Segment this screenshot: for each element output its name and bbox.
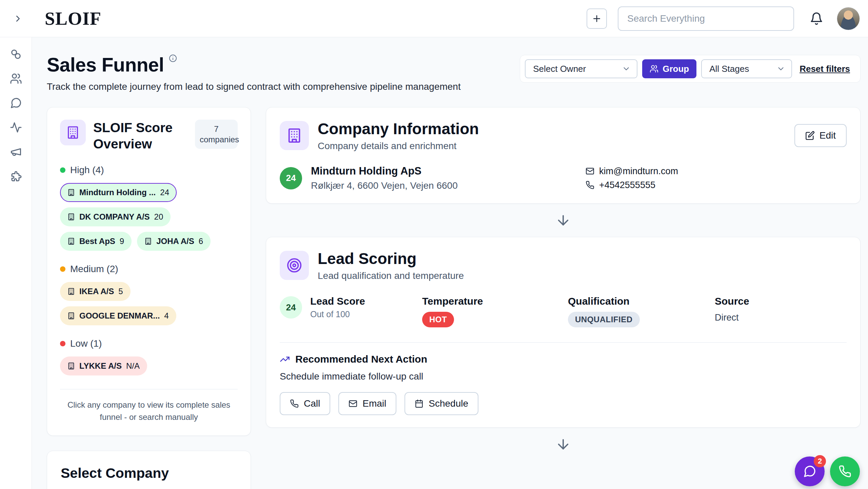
phone-icon <box>839 465 851 478</box>
floating-actions: 2 <box>795 456 860 486</box>
divider <box>60 389 238 389</box>
plus-icon <box>592 14 602 24</box>
building-icon <box>280 121 309 150</box>
company-email-row[interactable]: kim@mindturn.com <box>586 166 847 177</box>
company-info-title: Company Information <box>318 120 479 138</box>
company-pill-ikea[interactable]: IKEA A/S 5 <box>60 282 131 301</box>
chevron-right-icon <box>13 14 23 24</box>
page-subtitle: Track the complete journey from lead to … <box>47 81 461 92</box>
chevron-down-icon <box>776 64 785 73</box>
filter-bar: Select Owner Group All Stages Reset filt… <box>520 55 861 83</box>
group-button[interactable]: Group <box>642 59 696 78</box>
sidebar-collapse-button[interactable] <box>10 11 26 26</box>
company-address: Rølkjær 4, 6600 Vejen, Vejen 6600 <box>311 180 458 191</box>
divider <box>280 342 847 343</box>
score-overview-title: SLOIF Score Overview <box>93 120 178 152</box>
qualification-label: Qualification <box>568 296 715 307</box>
source-label: Source <box>715 296 749 307</box>
chat-notification-badge: 2 <box>814 455 826 467</box>
mail-icon <box>349 399 357 408</box>
phone-icon <box>290 399 299 408</box>
source-value: Direct <box>715 312 749 323</box>
building-icon <box>67 189 75 196</box>
group-users-icon <box>650 64 658 73</box>
email-button[interactable]: Email <box>338 392 396 415</box>
lead-score-label: Lead Score <box>310 296 365 307</box>
low-dot-icon <box>60 341 65 346</box>
chat-icon <box>803 465 816 478</box>
company-pill-mindturn[interactable]: Mindturn Holding ... 24 <box>60 183 177 202</box>
sidebar-item-contacts[interactable] <box>8 70 24 87</box>
main-content: Sales Funnel Track the complete journey … <box>32 37 868 489</box>
phone-fab-button[interactable] <box>830 456 860 486</box>
lead-scoring-subtitle: Lead qualification and temperature <box>318 270 464 281</box>
group-label: High (4) <box>70 165 104 176</box>
company-pill-joha[interactable]: JOHA A/S 6 <box>137 232 211 251</box>
sidebar-item-automations[interactable] <box>8 168 24 184</box>
sidebar-item-connections[interactable] <box>8 46 24 62</box>
sidebar-item-conversations[interactable] <box>8 95 24 111</box>
mail-icon <box>586 167 594 176</box>
schedule-button-label: Schedule <box>429 398 468 409</box>
edit-button-label: Edit <box>820 130 836 141</box>
call-button[interactable]: Call <box>280 392 330 415</box>
building-icon <box>144 238 152 245</box>
contacts-icon <box>10 73 22 85</box>
company-score-badge: 24 <box>280 167 302 189</box>
sidebar-nav <box>0 37 32 489</box>
phone-icon <box>586 181 594 189</box>
megaphone-icon <box>10 146 22 158</box>
building-icon <box>67 238 75 245</box>
puzzle-icon <box>10 170 22 182</box>
company-email: kim@mindturn.com <box>599 166 678 177</box>
qualification-badge: UNQUALIFIED <box>568 312 640 327</box>
calendar-icon <box>415 399 423 408</box>
score-group-medium: Medium (2) IKEA A/S 5 GOOGL <box>60 264 238 325</box>
edit-button[interactable]: Edit <box>794 124 847 147</box>
notifications-button[interactable] <box>810 12 823 25</box>
sidebar-item-campaigns[interactable] <box>8 144 24 160</box>
building-icon <box>67 312 75 320</box>
app-page: SLOIF Sales Fun <box>0 0 868 489</box>
building-icon <box>60 120 86 145</box>
schedule-button[interactable]: Schedule <box>405 392 478 415</box>
chat-icon <box>10 97 22 109</box>
company-phone-row[interactable]: +4542555555 <box>586 180 847 190</box>
stages-select[interactable]: All Stages <box>701 59 792 78</box>
activity-icon <box>10 121 22 134</box>
company-pill-best-aps[interactable]: Best ApS 9 <box>60 232 132 251</box>
owner-select[interactable]: Select Owner <box>525 59 637 78</box>
flow-arrow-down-icon <box>266 428 861 461</box>
chat-fab-button[interactable]: 2 <box>795 456 825 486</box>
trending-up-icon <box>280 354 290 364</box>
score-overview-card: SLOIF Score Overview 7 companies High (4… <box>47 107 251 436</box>
search-input[interactable] <box>618 6 794 31</box>
lead-scoring-title: Lead Scoring <box>318 249 464 268</box>
reset-filters-link[interactable]: Reset filters <box>800 64 850 74</box>
select-company-title: Select Company <box>61 465 237 481</box>
target-icon <box>280 251 309 280</box>
connections-icon <box>10 48 22 60</box>
user-avatar[interactable] <box>837 7 860 30</box>
company-pill-dk-company[interactable]: DK COMPANY A/S 20 <box>60 207 171 226</box>
score-group-low: Low (1) LYKKE A/S N/A <box>60 338 238 375</box>
company-pill-lykke[interactable]: LYKKE A/S N/A <box>60 356 147 375</box>
page-title: Sales Funnel <box>47 54 164 76</box>
lead-score-badge: 24 <box>280 296 302 319</box>
companies-count-badge: 7 companies <box>195 120 238 149</box>
sidebar-item-activity[interactable] <box>8 119 24 136</box>
company-pill-google-denmark[interactable]: GOOGLE DENMAR... 4 <box>60 306 176 325</box>
next-action-text: Schedule immediate follow-up call <box>280 371 847 382</box>
top-bar: SLOIF <box>0 0 868 37</box>
info-icon[interactable] <box>169 54 177 62</box>
temperature-badge: HOT <box>422 312 454 327</box>
add-button[interactable] <box>587 8 607 29</box>
building-icon <box>67 213 75 221</box>
call-button-label: Call <box>304 398 320 409</box>
group-label: Low (1) <box>70 338 102 349</box>
bell-icon <box>810 12 823 25</box>
company-name: Mindturn Holding ApS <box>311 165 458 177</box>
group-label: Medium (2) <box>70 264 118 274</box>
temperature-label: Temperature <box>422 296 568 307</box>
score-group-high: High (4) Mindturn Holding ... 24 <box>60 165 238 251</box>
